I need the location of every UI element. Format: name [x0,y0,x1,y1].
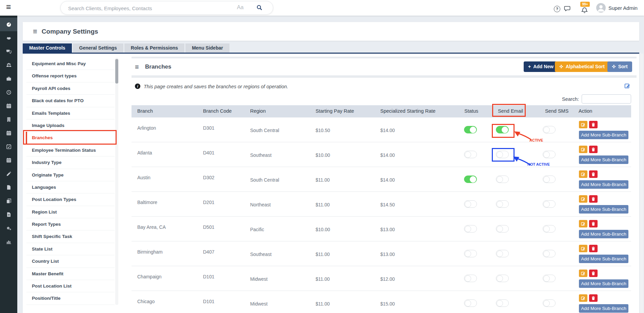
edit-button[interactable] [579,220,587,227]
sidebar-item-pencil[interactable] [0,167,17,181]
send-sms-toggle[interactable] [543,225,556,233]
edit-button[interactable] [579,294,587,302]
sidebar-item-dashboard[interactable] [0,18,17,31]
menu-item-offense-report-types[interactable]: Offense report types [26,70,115,82]
sidebar-item-file-lines[interactable] [0,208,17,221]
delete-button[interactable] [589,146,598,153]
global-search[interactable]: Aa [60,1,273,15]
send-sms-toggle[interactable] [543,126,556,133]
menu-item-payroll-api-codes[interactable]: Payroll API codes [26,82,115,95]
send-email-toggle[interactable] [496,200,509,208]
chat-icon[interactable] [564,5,570,12]
edit-button[interactable] [579,146,587,153]
status-toggle[interactable] [464,225,477,233]
add-more-sub-branch-button[interactable]: Add More Sub-Branch [579,155,628,164]
edit-page-icon[interactable] [624,83,630,89]
menu-item-region-list[interactable]: Region List [26,206,115,218]
send-email-toggle[interactable] [496,250,509,257]
add-more-sub-branch-button[interactable]: Add More Sub-Branch [579,205,628,214]
delete-button[interactable] [589,245,598,252]
add-more-sub-branch-button[interactable]: Add More Sub-Branch [579,279,628,288]
status-toggle[interactable] [464,126,477,133]
add-more-sub-branch-button[interactable]: Add More Sub-Branch [579,304,628,313]
menu-item-country-list[interactable]: Country List [26,255,115,268]
send-email-toggle[interactable] [496,225,509,233]
sidebar-item-building[interactable] [0,113,17,126]
menu-scrollbar-track[interactable] [115,58,118,305]
sidebar-item-calendar[interactable] [0,126,17,140]
status-toggle[interactable] [464,151,477,158]
tab-master-controls[interactable]: Master Controls [23,43,72,53]
delete-button[interactable] [589,170,598,178]
avatar[interactable] [596,3,606,13]
help-icon[interactable]: ? [554,6,560,12]
menu-item-languages[interactable]: Languages [26,181,115,194]
sidebar-item-copy[interactable] [0,194,17,208]
search-icon[interactable] [257,5,262,11]
send-email-toggle[interactable] [496,176,509,183]
sidebar-item-handshake[interactable] [0,31,17,45]
sidebar-item-clock[interactable] [0,86,17,99]
send-sms-toggle[interactable] [543,299,556,307]
menu-item-industry-type[interactable]: Industry Type [26,156,115,169]
menu-item-black-out-dates-for-pto[interactable]: Black out dates for PTO [26,95,115,107]
delete-button[interactable] [589,220,598,227]
menu-item-position-title[interactable]: Position/Title [26,292,115,305]
sidebar-item-gears[interactable] [0,221,17,235]
edit-button[interactable] [579,245,587,252]
table-search-input[interactable] [582,94,631,104]
add-new-button[interactable]: +Add New [524,61,558,72]
page-scrollbar[interactable] [640,54,643,313]
menu-item-state-list[interactable]: State List [26,243,115,255]
menu-item-report-types[interactable]: Report Types [26,218,115,231]
edit-button[interactable] [579,270,587,277]
delete-button[interactable] [589,121,598,128]
notification-bell-icon[interactable] [581,7,588,14]
tab-menu-sidebar[interactable]: Menu Sidebar [185,43,229,53]
delete-button[interactable] [589,195,598,203]
menu-item-emails-templates[interactable]: Emails Templates [26,107,115,119]
menu-item-equipment-and-misc-pay[interactable]: Equipment and Misc Pay [26,58,115,70]
status-toggle[interactable] [464,176,477,183]
sidebar-item-calendar-check[interactable] [0,140,17,153]
add-more-sub-branch-button[interactable]: Add More Sub-Branch [579,230,628,238]
status-toggle[interactable] [464,200,477,208]
add-more-sub-branch-button[interactable]: Add More Sub-Branch [579,255,628,263]
sidebar-item-briefcase[interactable] [0,72,17,86]
edit-button[interactable] [579,195,587,203]
menu-item-shift-specific-task[interactable]: Shift Specific Task [26,231,115,243]
menu-item-master-benefit[interactable]: Master Benefit [26,268,115,280]
send-sms-toggle[interactable] [543,151,556,158]
menu-item-originate-type[interactable]: Originate Type [26,169,115,181]
tab-general-settings[interactable]: General Settings [73,43,123,53]
status-toggle[interactable] [464,299,477,307]
send-email-toggle[interactable] [496,299,509,307]
sort-button[interactable]: ✜Sort [607,61,632,72]
delete-button[interactable] [589,270,598,277]
global-search-input[interactable] [67,3,228,14]
sidebar-item-users[interactable] [0,58,17,72]
send-sms-toggle[interactable] [543,250,556,257]
sidebar-item-file[interactable] [0,181,17,194]
alphabetical-sort-button[interactable]: ✜Alphabetical Sort [555,61,609,72]
sidebar-item-chart-bar[interactable] [0,235,17,248]
sidebar-item-calendar[interactable] [0,99,17,113]
edit-button[interactable] [579,121,587,128]
menu-item-post-location-types[interactable]: Post Location Types [26,194,115,206]
sidebar-item-comments[interactable] [0,45,17,58]
sidebar-item-calendar[interactable] [0,153,17,167]
edit-button[interactable] [579,170,587,178]
send-email-toggle[interactable] [496,275,509,282]
send-sms-toggle[interactable] [543,275,556,282]
status-toggle[interactable] [464,250,477,257]
menu-scrollbar-thumb[interactable] [115,59,118,84]
menu-item-employee-termination-status[interactable]: Employee Termination Status [26,144,115,156]
hamburger-menu-icon[interactable]: ≡ [6,2,11,12]
status-toggle[interactable] [464,275,477,282]
send-sms-toggle[interactable] [543,200,556,208]
match-case-toggle[interactable]: Aa [237,4,244,11]
menu-item-post-location-list[interactable]: Post Location List [26,280,115,292]
tab-roles-permissions[interactable]: Roles & Permissions [124,43,184,53]
add-more-sub-branch-button[interactable]: Add More Sub-Branch [579,131,628,139]
add-more-sub-branch-button[interactable]: Add More Sub-Branch [579,180,628,189]
